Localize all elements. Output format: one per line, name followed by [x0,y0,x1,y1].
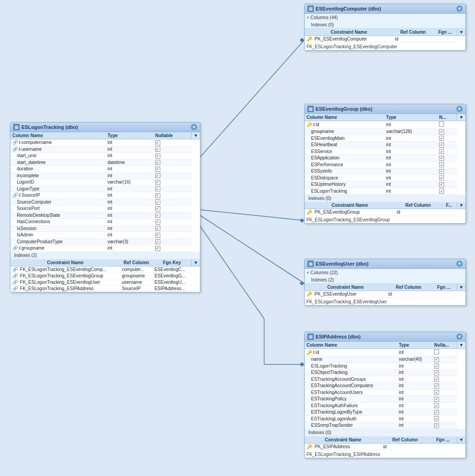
table-icon: ▦ [307,333,314,340]
constraint-row-ip: 🔗 FK_ESLogonTracking_ESIPAddress SourceI… [10,285,200,292]
table-icon: ▦ [307,5,314,12]
table-header-ESIPAddress: ▦ ESIPAddress (dbo) ▼ [305,332,465,342]
scrollbar[interactable]: ▼ [457,202,465,209]
col-row-ESTrackingAccountGroups: ESTrackingAccountGroups int [305,376,465,383]
table-header-ESEventlogUser: ▦ ESEventlogUser (dbo) ▼ [305,259,465,269]
pk-icon: 🔑 [306,444,312,449]
table-header-ESEventlogComputer: ▦ ESEventlogComputer (dbo) ▼ [305,4,465,14]
col-row-id: 🔑Ⅱid int [305,121,465,128]
col-row-ESObjectTracking: ESObjectTracking int [305,369,465,376]
constraint-row-pk: 🔑 PK_ESEventlogGroup id [305,209,465,215]
fgn-key [431,291,457,297]
col-row-start_datetime: start_datetime datetime [10,159,200,166]
col-row-ESSnmpTrapSender: ESSnmpTrapSender int [305,422,465,429]
indexes-row[interactable]: Indexes (2) [305,276,465,283]
col-header-fgn: Fgn ... [429,436,457,444]
col-name-header: Column Name [10,132,106,139]
indexes-label: Indexes (0) [311,22,334,27]
scrollbar[interactable]: ▼ [457,114,465,121]
fgn-key: ESEventlogG... [153,272,191,279]
col-row-groupname: groupname varchar(128) [305,128,465,135]
col-header-ref: Ref Column [393,29,433,36]
columns-row[interactable]: + Columns (44) [305,14,465,21]
constraint-table-ESIPAddress: Constraint Name Ref Column Fgn ... ▼ 🔑 P… [305,436,465,450]
col-row-SourceIP: 🔗ⅡSourceIP int [10,192,200,199]
scrollbar[interactable]: ▼ [457,29,465,36]
constraint-name: PK_ESEventlogUser [315,292,357,297]
indexes-row[interactable]: Indexes (0) [305,21,465,28]
scroll-icon[interactable]: ▼ [191,124,197,130]
constraint-name: FK_ESLogonTracking_ESEventlogComp... [20,267,107,272]
col-row-IsSession: IsSession int [10,225,200,232]
diagram-canvas: ▦ ESEventlogComputer (dbo) ▼ + Columns (… [0,0,475,476]
scrollbar[interactable]: ▼ [457,342,465,349]
col-row-incomplete: incomplete int [10,172,200,179]
col-row-ESTrackingAccountComputers: ESTrackingAccountComputers int [305,383,465,389]
table-ESLogonTracking: ▦ ESLogonTracking (dbo) ▼ Column Name Ty… [10,122,200,292]
svg-line-3 [198,223,264,319]
ref-col: id [381,443,429,450]
constraint-table-ESEventlogUser: Constraint Name Ref Column Fgn ... ▼ 🔑 P… [305,284,465,297]
ESIPAddress-title: ESIPAddress (dbo) [316,334,361,339]
columns-row[interactable]: + Columns (22) [305,269,465,276]
col-type-header: Type [397,342,433,349]
fk-label-ESEventlogUser: FK_ESLogonTracking_ESEventlogUser [305,298,465,305]
fk-label-ESEventlogGroup: FK_ESLogonTracking_ESEventlogGroup [305,216,465,223]
pk-icon: 🔑 [306,292,312,297]
scrollbar[interactable]: ▼ [192,132,200,139]
col-row-ESApplication: ESApplication int [305,155,465,162]
col-row-ESService: ESService int [305,148,465,155]
col-nullable-header: Nullable [153,132,192,139]
col-row-IsAdmin: IsAdmin int [10,232,200,239]
indexes-label: Indexes (0) [308,196,331,201]
columns-section: + Columns (44) Indexes (0) [305,14,465,29]
col-header-constraint: Constraint Name [305,29,393,36]
constraint-table-ESEventlogComputer: Constraint Name Ref Column Fgn ... ▼ 🔑 P… [305,29,465,42]
col-row-SourceComputer: SourceComputer int [10,199,200,205]
scroll-icon[interactable]: ▼ [456,106,463,112]
col-name-header: Column Name [305,342,397,349]
ref-col: username [120,279,153,285]
scroll-icon[interactable]: ▼ [456,261,463,267]
svg-line-0 [198,40,304,159]
col-row-computername: 🔗Ⅱcomputername int [10,139,200,146]
constraint-row: 🔑 PK_ESEventlogComputer id [305,36,465,42]
col-row-LogonID: LogonID varchar(16) [10,179,200,186]
scrollbar[interactable]: ▼ [192,259,200,266]
constraint-name: PK_ESIPAddress [315,444,350,449]
scrollbar[interactable]: ▼ [457,284,465,291]
fgn-key [429,443,457,450]
ref-col: id [393,36,433,42]
ref-col: id [395,209,441,215]
ESEventlogComputer-title: ESEventlogComputer (dbo) [316,6,381,11]
col-row-groupname: 🔗Ⅱgroupname int [10,245,200,252]
pk-icon: 🔑 [306,210,312,215]
indexes-section[interactable]: Indexes (0) [305,429,465,436]
columns-section: + Columns (22) Indexes (2) [305,269,465,284]
col-row-ESUptimeHistory: ESUptimeHistory int [305,181,465,188]
col-name-header: Column Name [305,114,384,121]
table-header-ESEventlogGroup: ▦ ESEventlogGroup (dbo) ▼ [305,104,465,114]
col-header-fgn: Fgn ... [433,29,457,36]
svg-line-1 [198,210,304,220]
col-row-ESTrackingPolicy: ESTrackingPolicy int [305,396,465,403]
ref-col: computer... [120,266,153,272]
constraint-row-pk: 🔑 PK_ESIPAddress id [305,443,465,450]
table-icon: ▦ [13,124,20,130]
col-row-ComputerProductType: ComputerProductType varchar(3) [10,238,200,245]
col-row-HasConnections: HasConnections int [10,219,200,225]
col-header-ref: Ref Column [395,202,441,209]
fgn-key: ESIPAddress... [153,285,191,292]
col-row-RemoteDesktopState: RemoteDesktopState int [10,212,200,219]
indexes-section[interactable]: Indexes (0) [305,194,465,202]
fk-label-ESIPAddress: FK_ESLogonTracking_ESIPAddress [305,451,465,458]
indexes-section[interactable]: Indexes (2) [10,252,200,259]
col-header-ref: Ref Column [120,259,153,266]
ESEventlogUser-title: ESEventlogUser (dbo) [316,261,368,266]
col-type-header: Type [384,114,437,121]
scrollbar[interactable]: ▼ [457,436,465,444]
scroll-icon[interactable]: ▼ [456,333,463,340]
scroll-icon[interactable]: ▼ [456,5,463,12]
ref-col: id [386,291,430,297]
col-row-ESTrackingLogonAuth: ESTrackingLogonAuth int [305,415,465,422]
